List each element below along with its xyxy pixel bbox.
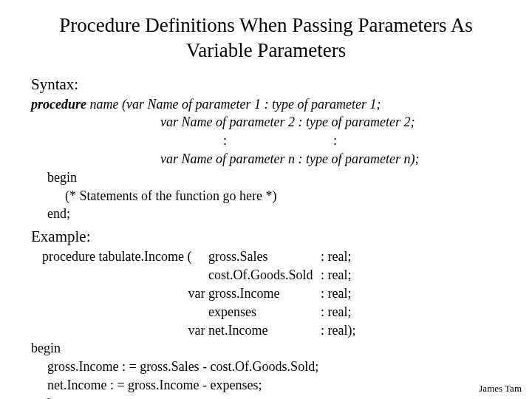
- example-stmt-1: gross.Income : = gross.Sales - cost.Of.G…: [31, 358, 505, 376]
- example-param-type: : real;: [321, 284, 351, 303]
- example-param-name: gross.Income: [208, 284, 321, 303]
- example-param-type: : real;: [321, 248, 351, 266]
- example-prefix: [31, 266, 208, 284]
- author-footer: James Tam: [479, 383, 522, 395]
- example-param-type: : real;: [321, 266, 351, 284]
- example-prefix: [31, 303, 208, 321]
- example-param-name: gross.Sales: [208, 248, 321, 266]
- example-prefix: var: [31, 321, 208, 340]
- syntax-line-4: var Name of parameter n : type of parame…: [31, 150, 505, 168]
- example-param-type: : real);: [321, 321, 355, 340]
- example-param-name: expenses: [208, 303, 321, 321]
- example-stmt-2: net.Income : = gross.Income - expenses;: [31, 376, 505, 395]
- syntax-begin: begin: [31, 168, 505, 187]
- syntax-line-3: : :: [31, 132, 505, 150]
- example-block: procedure tabulate.Income ( gross.Sales …: [31, 248, 505, 399]
- page-title: Procedure Definitions When Passing Param…: [49, 13, 483, 64]
- example-param-row: procedure tabulate.Income ( gross.Sales …: [31, 248, 505, 266]
- example-begin: begin: [31, 339, 505, 358]
- syntax-body: (* Statements of the function go here *): [31, 187, 505, 205]
- example-end: end;: [31, 395, 505, 399]
- example-param-row: expenses : real;: [31, 303, 505, 321]
- syntax-end: end;: [31, 205, 505, 223]
- syntax-line-1: procedure name (var Name of parameter 1 …: [31, 95, 505, 114]
- syntax-heading: Syntax:: [31, 75, 505, 94]
- example-param-type: : real;: [321, 303, 351, 321]
- example-param-row: var gross.Income : real;: [31, 284, 505, 303]
- syntax-line1-rest: name (var Name of parameter 1 : type of …: [86, 97, 381, 112]
- syntax-line-2: var Name of parameter 2 : type of parame…: [31, 113, 505, 132]
- example-param-name: net.Income: [208, 321, 321, 340]
- example-param-row: cost.Of.Goods.Sold : real;: [31, 266, 505, 284]
- example-heading: Example:: [31, 228, 505, 246]
- example-prefix: var: [31, 284, 208, 303]
- example-param-name: cost.Of.Goods.Sold: [208, 266, 321, 284]
- syntax-block: procedure name (var Name of parameter 1 …: [31, 95, 505, 224]
- example-prefix: procedure tabulate.Income (: [31, 248, 208, 266]
- example-param-row: var net.Income : real);: [31, 321, 505, 340]
- procedure-keyword: procedure: [31, 97, 86, 112]
